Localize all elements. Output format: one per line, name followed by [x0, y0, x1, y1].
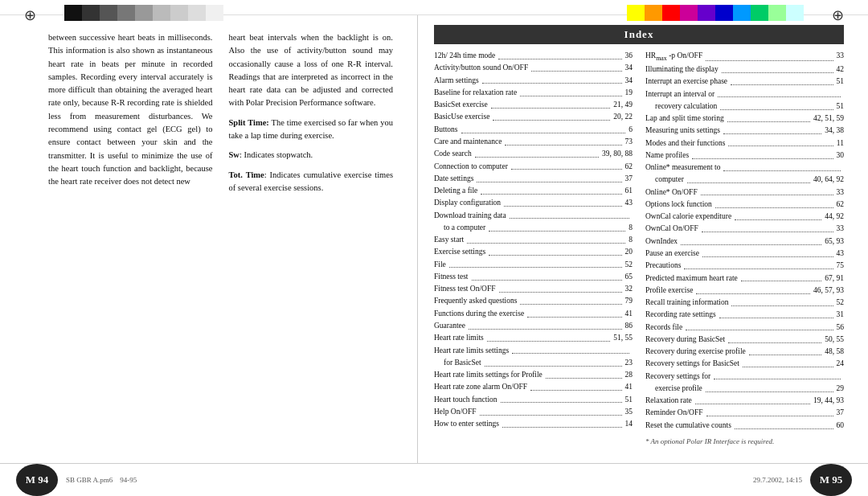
left-filename: SB GBR A.pm6	[66, 476, 113, 484]
list-item: Exercise settings20	[434, 247, 633, 258]
page-container: ⊕ ⊕	[0, 0, 868, 496]
footnote: * An optional Polar IR Interface is requ…	[645, 437, 844, 448]
list-item: Illuminating the display42	[645, 64, 844, 76]
list-item: Measuring units settings34, 38	[645, 125, 844, 137]
list-item: Recall training information52	[645, 297, 844, 309]
list-item: Easy start8	[434, 235, 633, 246]
list-item: Fitness test65	[434, 272, 633, 283]
right-page: Index 12h/ 24h time mode36 Activity/butt…	[418, 15, 868, 463]
list-item: Reset the cumulative counts60	[645, 420, 844, 432]
list-item: Recovery during exercise profile48, 58	[645, 346, 844, 358]
list-item: 12h/ 24h time mode36	[434, 51, 633, 62]
list-item: OwnIndex65, 93	[645, 236, 844, 248]
left-page: between successive heart beats in millis…	[0, 15, 418, 463]
list-item: computer40, 64, 92	[645, 174, 844, 186]
list-item: Modes and their functions11	[645, 138, 844, 150]
left-file-info: SB GBR A.pm6 94-95	[66, 476, 137, 484]
list-item: Activity/button sound On/OFF34	[434, 63, 633, 74]
list-item: Help On/OFF35	[434, 407, 633, 418]
list-item: Interrupt an exercise phase51	[645, 76, 844, 88]
list-item: OwnCal calorie expenditure44, 92	[645, 211, 844, 223]
list-item: Profile exercise46, 57, 93	[645, 285, 844, 297]
list-item: BasicSet exercise21, 49	[434, 100, 633, 111]
list-item: Deleting a file61	[434, 186, 633, 197]
list-item: Fitness test On/OFF32	[434, 284, 633, 295]
list-item: Recovery settings for	[645, 371, 844, 383]
left-col-1: between successive heart beats in millis…	[48, 31, 213, 201]
list-item: Precautions75	[645, 260, 844, 272]
list-item: Records file56	[645, 322, 844, 334]
top-bar: ⊕ ⊕	[0, 0, 868, 15]
list-item: BasicUse exercise20, 22	[434, 112, 633, 123]
index-left-col: 12h/ 24h time mode36 Activity/button sou…	[434, 51, 633, 447]
left-col-2: heart beat intervals when the backlight …	[229, 31, 394, 201]
list-item: Recording rate settings31	[645, 309, 844, 321]
list-item: Heart rate limits settings	[434, 346, 633, 357]
list-item: Name profiles30	[645, 150, 844, 162]
list-item: Heart rate limits settings for Profile28	[434, 370, 633, 381]
bottom-bar: M 94 SB GBR A.pm6 94-95 29.7.2002, 14:15…	[0, 463, 868, 496]
list-item: Interrupt an interval or	[645, 89, 844, 100]
left-col2-main: heart beat intervals when the backlight …	[229, 31, 394, 110]
list-item: Online* On/OFF33	[645, 187, 844, 199]
index-right-col: HRmax -p On/OFF33 Illuminating the displ…	[645, 51, 844, 447]
list-item: Connection to computer62	[434, 162, 633, 173]
list-item: for BasicSet23	[434, 358, 633, 369]
list-item: Download training data	[434, 211, 633, 222]
left-col2-sw: Sw: Indicates stopwatch.	[229, 149, 394, 162]
left-col1-text: between successive heart beats in millis…	[48, 31, 213, 188]
relaxation-rate-entry: Relaxation rate19, 44, 93	[645, 396, 844, 407]
list-item: File52	[434, 260, 633, 271]
list-item: Heart rate limits51, 55	[434, 333, 633, 344]
list-item: Care and maintenance73	[434, 137, 633, 148]
list-item: Pause an exercise43	[645, 248, 844, 260]
list-item: Baseline for relaxation rate19	[434, 88, 633, 99]
list-item: exercise profile29	[645, 383, 844, 395]
list-item: Recovery during BasicSet50, 55	[645, 334, 844, 346]
left-col2-tot: Tot. Time: Indicates cumulative exercise…	[229, 169, 394, 195]
left-text-columns: between successive heart beats in millis…	[48, 31, 393, 201]
list-item: Frequently asked questions79	[434, 296, 633, 307]
bottom-right: 29.7.2002, 14:15 M 95	[753, 464, 852, 496]
list-item: How to enter settings14	[434, 419, 633, 430]
list-item: Heart touch function51	[434, 395, 633, 406]
right-date: 29.7.2002, 14:15	[753, 476, 802, 484]
bottom-left: M 94 SB GBR A.pm6 94-95	[16, 464, 137, 496]
list-item: Lap and split time storing42, 51, 59	[645, 113, 844, 125]
list-item: OwnCal On/OFF33	[645, 223, 844, 235]
list-item: HRmax -p On/OFF33	[645, 51, 844, 63]
index-title: Index	[434, 25, 844, 44]
list-item: Online* measurement to	[645, 162, 844, 174]
left-page-badge: M 94	[16, 464, 58, 496]
list-item: Buttons6	[434, 125, 633, 136]
list-item: Predicted maximum heart rate67, 91	[645, 273, 844, 285]
list-item: recovery calculation51	[645, 101, 844, 113]
list-item: Reminder On/OFF37	[645, 408, 844, 419]
left-page-range: 94-95	[120, 476, 137, 484]
main-content: between successive heart beats in millis…	[0, 15, 868, 463]
list-item: Recovery settings for BasicSet24	[645, 359, 844, 370]
list-item: Guarantee86	[434, 321, 633, 332]
list-item: Heart rate zone alarm On/OFF41	[434, 382, 633, 393]
list-item: Alarm settings34	[434, 76, 633, 87]
list-item: Code search39, 80, 88	[434, 149, 633, 160]
left-col2-split: Split Time: The time exercised so far wh…	[229, 117, 394, 143]
right-page-badge: M 95	[810, 464, 852, 496]
index-columns: 12h/ 24h time mode36 Activity/button sou…	[434, 51, 844, 447]
list-item: Functions during the exercise41	[434, 309, 633, 320]
list-item: Display configuration43	[434, 198, 633, 209]
list-item: to a computer8	[434, 223, 633, 234]
list-item: Date settings37	[434, 174, 633, 185]
list-item: Options lock function62	[645, 199, 844, 211]
